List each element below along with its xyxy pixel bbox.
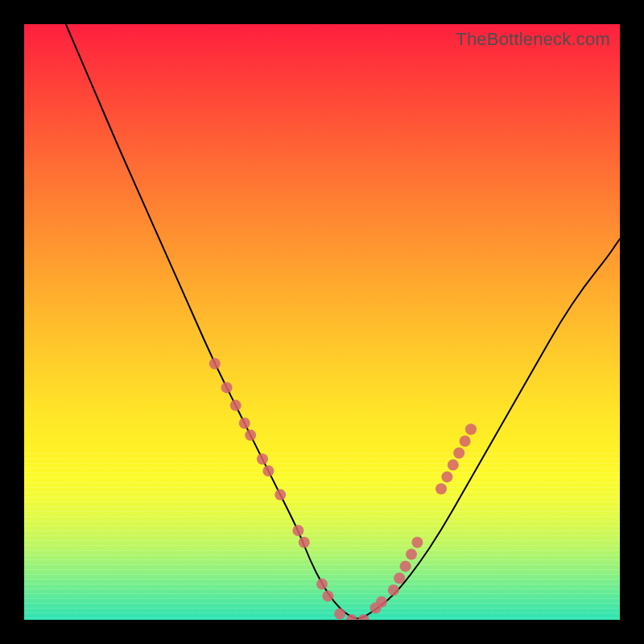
chart-overlay (24, 24, 620, 620)
curve-marker (221, 382, 233, 393)
curve-marker (316, 579, 328, 590)
curve-marker (299, 537, 310, 548)
curve-marker (441, 471, 452, 482)
curve-marker (322, 590, 333, 601)
curve-marker (292, 525, 303, 536)
curve-marker (394, 572, 405, 584)
curve-marker (411, 537, 423, 548)
curve-marker (239, 418, 250, 429)
curve-marker (388, 584, 399, 596)
curve-marker (460, 436, 471, 447)
bottleneck-curve (66, 24, 620, 618)
curve-marker (275, 489, 286, 501)
plot-area: TheBottleneck.com (24, 24, 620, 620)
chart-frame: TheBottleneck.com (0, 0, 644, 644)
curve-marker (400, 560, 411, 572)
curve-marker (209, 358, 221, 369)
curve-marker (376, 597, 387, 608)
curve-marker (453, 448, 464, 459)
curve-marker (334, 609, 345, 620)
curve-marker (436, 483, 447, 494)
curve-marker (262, 465, 274, 477)
curve-marker (245, 430, 256, 441)
curve-marker (230, 400, 242, 411)
curve-marker (406, 549, 417, 560)
curve-marker (465, 423, 477, 435)
curve-marker (448, 460, 459, 471)
curve-markers (209, 358, 477, 620)
curve-marker (257, 453, 268, 464)
